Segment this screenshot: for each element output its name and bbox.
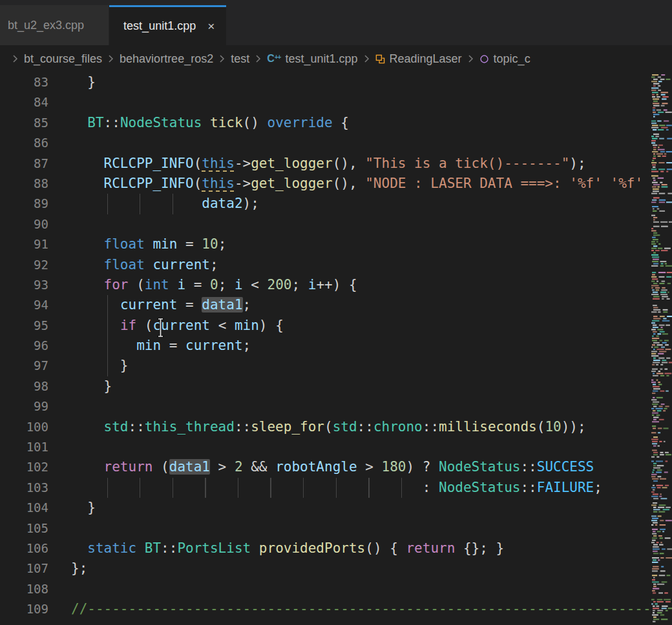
code-token (210, 480, 235, 495)
breadcrumb-item-test[interactable]: test (231, 52, 249, 66)
code-token: BT (145, 540, 161, 556)
tab-label: bt_u2_ex3.cpp (8, 19, 84, 32)
indent-guide: │ (104, 336, 112, 356)
code-token: NodeStatus (120, 115, 202, 130)
code-token: -> (235, 156, 251, 171)
code-line[interactable]: 104 } (0, 498, 672, 518)
indent-guide: │ (333, 478, 341, 498)
line-number[interactable]: 100 (0, 417, 48, 437)
code-line[interactable]: 85 BT::NodeStatus tick() override { (0, 113, 672, 133)
code-line[interactable]: 91 float min = 10; (0, 234, 672, 254)
code-line[interactable]: 106 static BT::PortsList providedPorts()… (0, 538, 672, 558)
code-text: │ │ │ data2); (48, 194, 259, 214)
line-number[interactable]: 85 (0, 113, 48, 133)
code-line[interactable]: 93 for (int i = 0; i < 200; i++) { (0, 275, 672, 295)
code-line[interactable]: 102 return (data1 > 2 && robotAngle > 18… (0, 457, 672, 477)
code-line[interactable]: 98 } (0, 376, 672, 396)
line-number[interactable]: 95 (0, 316, 48, 336)
code-token (145, 480, 169, 495)
code-token: std (333, 419, 357, 435)
code-token: = (177, 236, 202, 252)
code-line[interactable]: 109//-----------------------------------… (0, 599, 672, 619)
code-line[interactable]: 89 │ │ │ data2); (0, 194, 672, 214)
line-number[interactable]: 98 (0, 376, 48, 396)
breadcrumb-item-readinglaser[interactable]: ReadingLaser (375, 52, 462, 66)
line-number[interactable]: 84 (0, 92, 48, 112)
tab-bt-u2-ex3[interactable]: bt_u2_ex3.cpp (0, 5, 109, 45)
code-line[interactable]: 99 (0, 396, 672, 416)
code-token: NodeStatus (439, 459, 520, 475)
code-text: BT::NodeStatus tick() override { (48, 113, 349, 133)
code-text: //--------------------------------------… (48, 599, 672, 619)
code-line[interactable]: 92 float current; (0, 255, 672, 275)
code-line[interactable]: 84 (0, 92, 672, 112)
breadcrumb-item-bt-course-files[interactable]: bt_course_files (24, 52, 102, 66)
code-line[interactable]: 88 RCLCPP_INFO(this->get_logger(), "NODE… (0, 174, 672, 194)
line-number[interactable]: 105 (0, 518, 48, 538)
line-number[interactable]: 104 (0, 498, 48, 518)
line-number[interactable]: 87 (0, 154, 48, 174)
line-number[interactable]: 103 (0, 478, 48, 498)
code-line[interactable]: 105 (0, 518, 672, 538)
line-number[interactable]: 88 (0, 174, 48, 194)
minimap-canvas[interactable] (650, 72, 672, 625)
line-number[interactable]: 86 (0, 133, 48, 153)
code-token (341, 480, 365, 495)
code-line[interactable]: 83 } (0, 72, 672, 92)
code-line[interactable]: 94 │ current = data1; (0, 295, 672, 315)
line-number[interactable]: 94 (0, 295, 48, 315)
code-token (71, 176, 104, 191)
line-number[interactable]: 108 (0, 579, 48, 599)
close-tab-icon[interactable]: × (207, 20, 215, 32)
code-line[interactable]: 95 │ if (current < min) { (0, 316, 672, 336)
line-number[interactable]: 93 (0, 275, 48, 295)
code-token: :: (129, 419, 145, 435)
code-token: :: (104, 115, 120, 130)
code-text: static BT::PortsList providedPorts() { r… (48, 538, 504, 558)
code-line[interactable]: 108 (0, 579, 672, 599)
code-line[interactable]: 107}; (0, 558, 672, 579)
line-number[interactable]: 91 (0, 234, 48, 254)
code-text: RCLCPP_INFO(this->get_logger(), "This is… (48, 154, 586, 174)
code-token: ; (243, 297, 251, 312)
line-number[interactable]: 99 (0, 396, 48, 416)
code-line[interactable]: 97 │ } (0, 356, 672, 376)
breadcrumb-item-behaviortree-ros2[interactable]: behaviortree_ros2 (120, 52, 213, 66)
breadcrumb-label: ReadingLaser (390, 52, 462, 66)
line-number[interactable]: 106 (0, 538, 48, 558)
editor[interactable]: 83 }8485 BT::NodeStatus tick() override … (0, 72, 672, 625)
code-token: 200 (268, 277, 292, 292)
line-number[interactable]: 92 (0, 255, 48, 275)
code-token: ( (152, 459, 169, 475)
code-token: 180 (382, 459, 406, 475)
code-token (71, 196, 104, 211)
code-line[interactable]: 86 (0, 133, 672, 153)
code-line[interactable]: 87 RCLCPP_INFO(this->get_logger(), "This… (0, 154, 672, 174)
minimap[interactable] (650, 72, 672, 625)
code-token: {}; } (455, 540, 504, 556)
code-token: } (71, 500, 96, 515)
line-number[interactable]: 102 (0, 457, 48, 477)
line-number[interactable]: 109 (0, 599, 48, 619)
breadcrumb-item-topic-callback[interactable]: topic_c (479, 52, 530, 66)
code-line[interactable]: 90 (0, 214, 672, 234)
line-number[interactable]: 90 (0, 214, 48, 234)
line-number[interactable]: 83 (0, 72, 48, 92)
line-number[interactable]: 101 (0, 437, 48, 457)
code-line[interactable]: 101 (0, 437, 672, 457)
code-token: = (185, 277, 210, 292)
chevron-right-icon (219, 54, 225, 63)
tab-test-unit1[interactable]: test_unit1.cpp × (109, 5, 226, 45)
indent-guide: │ (300, 478, 308, 498)
breadcrumb-item-test-unit1-cpp[interactable]: C++ test_unit1.cpp (267, 52, 357, 66)
line-number[interactable]: 89 (0, 194, 48, 214)
code-token: current (152, 257, 210, 272)
code-line[interactable]: 103 │ │ │ │ │ │ │ │ │ │ : NodeStatus::FA… (0, 478, 672, 498)
line-number[interactable]: 107 (0, 558, 48, 579)
code-line[interactable]: 96 │ min = current; (0, 336, 672, 356)
code-token: () (243, 115, 259, 130)
line-number[interactable]: 96 (0, 336, 48, 356)
line-number[interactable]: 97 (0, 356, 48, 376)
code-line[interactable]: 100 std::this_thread::sleep_for(std::chr… (0, 417, 672, 437)
code-token: ) ? (406, 459, 439, 475)
